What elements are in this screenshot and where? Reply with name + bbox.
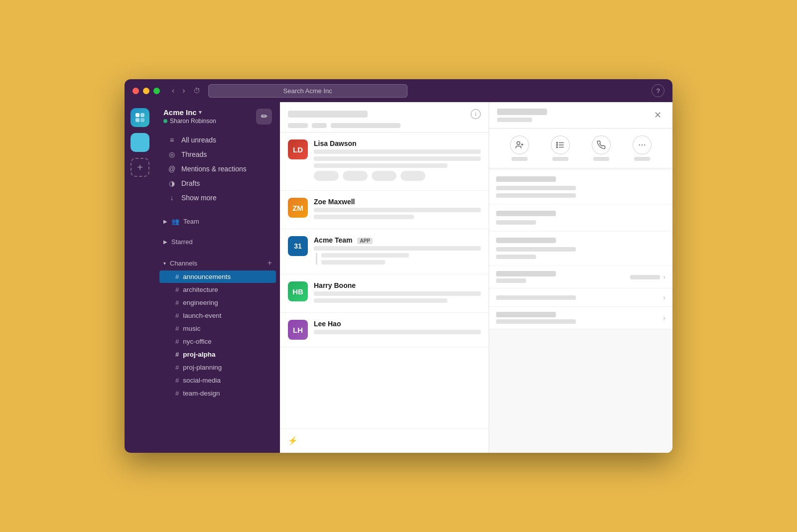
info-icon[interactable]: i xyxy=(471,109,481,119)
hash-icon: # xyxy=(175,338,179,345)
team-emoji-icon: 👥 xyxy=(171,218,179,225)
msg-name-acme: Acme Team APP xyxy=(314,236,481,244)
avatar-harry: HB xyxy=(288,281,308,301)
msg-name-lee: Lee Hao xyxy=(314,320,481,328)
detail-section-row-1[interactable]: › xyxy=(489,266,672,288)
msg-content-lee: Lee Hao xyxy=(314,320,481,340)
minimize-traffic-light[interactable] xyxy=(143,88,149,94)
avatar-lee: LH xyxy=(288,320,308,340)
channel-title-skeleton xyxy=(288,111,368,118)
msg-content-acme: Acme Team APP xyxy=(314,236,481,267)
msg-name-lisa: Lisa Dawson xyxy=(314,139,481,147)
workspace-name[interactable]: Acme Inc ▾ xyxy=(163,108,216,117)
channel-item-proj-planning[interactable]: # proj-planning xyxy=(159,361,276,374)
starred-section-header[interactable]: ▶ Starred xyxy=(155,236,280,248)
svg-point-13 xyxy=(639,144,640,145)
sidebar-header: Acme Inc ▾ Sharon Robinson ✏ xyxy=(155,102,280,131)
all-unreads-icon: ≡ xyxy=(167,136,176,144)
call-action[interactable] xyxy=(592,135,611,161)
hash-icon: # xyxy=(175,351,179,358)
channel-item-architecture[interactable]: # architecture xyxy=(159,283,276,296)
acme-thread-indent xyxy=(316,253,481,265)
msg-content-harry: Harry Boone xyxy=(314,281,481,305)
channel-item-announcements[interactable]: # announcements xyxy=(159,270,276,283)
detail-sub-skeleton xyxy=(497,118,532,122)
search-action[interactable] xyxy=(551,135,570,161)
hash-icon: # xyxy=(175,364,179,371)
workspace-icon-primary[interactable] xyxy=(131,108,149,127)
add-person-icon xyxy=(510,135,529,154)
detail-section-row-3[interactable]: › xyxy=(489,307,672,329)
svg-point-10 xyxy=(556,142,557,143)
nav-arrows: ‹ › xyxy=(170,85,187,96)
detail-title-skeleton xyxy=(497,109,547,115)
svg-rect-0 xyxy=(135,113,139,117)
maximize-traffic-light[interactable] xyxy=(153,88,160,94)
app-badge: APP xyxy=(357,238,373,244)
channel-item-music[interactable]: # music xyxy=(159,322,276,335)
channel-item-social-media[interactable]: # social-media xyxy=(159,374,276,387)
user-status: Sharon Robinson xyxy=(163,118,216,125)
meta-skeleton-1 xyxy=(288,123,308,128)
hash-icon: # xyxy=(175,377,179,384)
mentions-icon: @ xyxy=(167,165,176,173)
sidebar-item-all-unreads[interactable]: ≡ All unreads xyxy=(159,133,276,147)
app-body: + Acme Inc ▾ Sharon Robinson ✏ xyxy=(125,102,672,453)
msg-content-lisa: Lisa Dawson xyxy=(314,139,481,183)
back-button[interactable]: ‹ xyxy=(170,85,176,96)
help-button[interactable]: ? xyxy=(652,84,664,97)
msg-content-zoe: Zoe Maxwell xyxy=(314,198,481,222)
svg-point-12 xyxy=(556,146,557,147)
close-traffic-light[interactable] xyxy=(133,88,139,94)
channels-add-button[interactable]: + xyxy=(267,259,272,267)
sidebar-item-mentions[interactable]: @ Mentions & reactions xyxy=(159,162,276,176)
meta-skeleton-2 xyxy=(312,123,327,128)
chevron-right-icon-2: › xyxy=(663,293,665,301)
main-content: i LD Lisa Dawson xyxy=(280,102,672,453)
svg-point-4 xyxy=(517,141,520,144)
channels-section: ▾ Channels + # announcements # architect… xyxy=(155,256,280,400)
more-action[interactable] xyxy=(633,135,652,161)
add-workspace-button[interactable]: + xyxy=(131,158,149,177)
avatar-zoe: ZM xyxy=(288,198,308,218)
message-item-harry[interactable]: HB Harry Boone xyxy=(280,274,489,313)
sidebar-item-drafts[interactable]: ◑ Drafts xyxy=(159,176,276,190)
message-item-zoe[interactable]: ZM Zoe Maxwell xyxy=(280,191,489,229)
app-window: ‹ › ⏱ Search Acme Inc ? + xyxy=(125,79,672,453)
hash-icon: # xyxy=(175,286,179,293)
hash-icon: # xyxy=(175,390,179,397)
workspace-icon-secondary[interactable] xyxy=(131,133,149,152)
detail-section-row-2[interactable]: › xyxy=(489,288,672,307)
detail-content: › › xyxy=(489,168,672,453)
message-item-acme[interactable]: 31 Acme Team APP xyxy=(280,229,489,274)
meta-skeleton-3 xyxy=(331,123,400,128)
detail-panel: ✕ xyxy=(489,102,672,453)
avatar-lisa: LD xyxy=(288,139,308,159)
team-section-header[interactable]: ▶ 👥 Team xyxy=(155,215,280,228)
forward-button[interactable]: › xyxy=(180,85,187,96)
channel-item-nyc-office[interactable]: # nyc-office xyxy=(159,335,276,348)
add-person-action[interactable] xyxy=(510,135,529,161)
sidebar-item-threads[interactable]: ◎ Threads xyxy=(159,147,276,161)
search-bar[interactable]: Search Acme Inc xyxy=(208,84,407,98)
channel-item-proj-alpha[interactable]: # proj-alpha xyxy=(159,348,276,361)
call-icon xyxy=(592,135,611,154)
compose-button[interactable]: ✏ xyxy=(256,109,272,125)
channels-arrow-icon: ▾ xyxy=(163,261,166,266)
channel-item-launch-event[interactable]: # launch-event xyxy=(159,309,276,322)
sidebar-nav: ≡ All unreads ◎ Threads @ Mentions & rea… xyxy=(155,131,280,207)
close-button[interactable]: ✕ xyxy=(651,108,664,122)
hash-icon: # xyxy=(175,312,179,319)
panel-header: i xyxy=(280,102,489,133)
message-item-lisa[interactable]: LD Lisa Dawson xyxy=(280,133,489,191)
sidebar-item-show-more[interactable]: ↓ Show more xyxy=(159,191,276,205)
channels-section-header[interactable]: ▾ Channels + xyxy=(155,256,280,270)
channel-item-engineering[interactable]: # engineering xyxy=(159,296,276,309)
threads-icon: ◎ xyxy=(167,150,176,158)
message-item-lee[interactable]: LH Lee Hao xyxy=(280,313,489,347)
msg-name-harry: Harry Boone xyxy=(314,281,481,289)
history-button[interactable]: ⏱ xyxy=(193,87,200,95)
svg-rect-3 xyxy=(140,118,144,122)
detail-header: ✕ xyxy=(489,102,672,129)
channel-item-team-design[interactable]: # team-design xyxy=(159,387,276,399)
